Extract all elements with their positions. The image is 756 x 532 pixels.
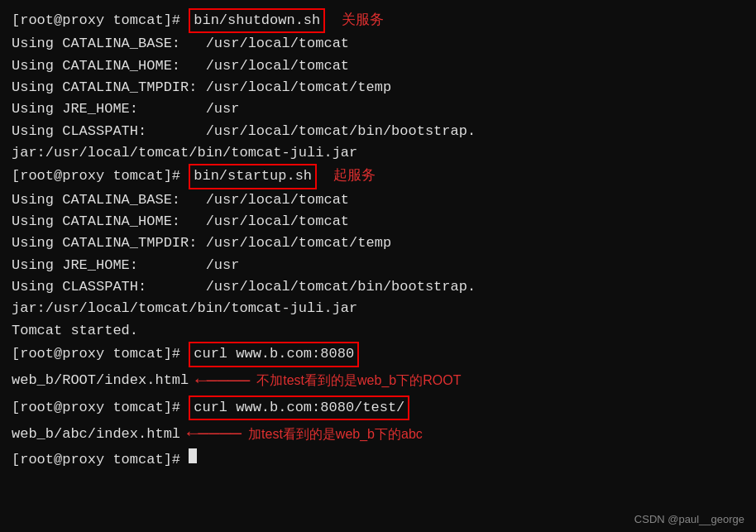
var-value: /usr/local/tomcat (206, 189, 349, 211)
line-catalina-tmpdir-1: Using CATALINA_TMPDIR: /usr/local/tomcat… (12, 77, 744, 98)
var-value: /usr/local/tomcat (206, 211, 349, 232)
cursor (189, 448, 197, 463)
cmd-curl2: curl www.b.com:8080/test/ (189, 395, 409, 420)
tomcat-started-text: Tomcat started. (12, 320, 138, 342)
var-value: /usr/local/tomcat/bin/bootstrap. (206, 276, 476, 298)
arrow-icon-2: ←———— (187, 420, 242, 448)
var-value: /usr/local/tomcat/temp (206, 77, 391, 98)
line-jre-home-2: Using JRE_HOME: /usr (12, 255, 744, 276)
var-value: /usr/local/tomcat (206, 55, 349, 77)
arrow-icon-1: ←———— (195, 367, 250, 395)
prompt-curl1: [root@proxy tomcat]# (12, 343, 189, 365)
watermark: CSDN @paul__george (634, 513, 744, 525)
var-value: /usr/local/tomcat (206, 33, 349, 55)
annotation-startup: 起服务 (333, 165, 376, 186)
line-catalina-base-1: Using CATALINA_BASE: /usr/local/tomcat (12, 33, 744, 55)
var-label: Using CATALINA_BASE: (12, 33, 206, 55)
line-catalina-tmpdir-2: Using CATALINA_TMPDIR: /usr/local/tomcat… (12, 232, 744, 254)
result-text-2: web_b/abc/index.html (12, 424, 180, 445)
prompt-1: [root@proxy tomcat]# (12, 10, 189, 31)
line-jar-1: jar:/usr/local/tomcat/bin/tomcat-juli.ja… (12, 142, 744, 164)
annotation-result-2: 加test看到的是web_b下的abc (248, 424, 423, 445)
line-last-prompt: [root@proxy tomcat]# (12, 448, 744, 471)
line-curl-2: [root@proxy tomcat]# curl www.b.com:8080… (12, 395, 744, 420)
prompt-startup: [root@proxy tomcat]# (12, 165, 189, 187)
result-text-1: web_b/ROOT/index.html (12, 370, 189, 391)
var-label: Using JRE_HOME: (12, 255, 206, 276)
var-value: /usr/local/tomcat/temp (206, 232, 391, 254)
cmd-curl1: curl www.b.com:8080 (189, 342, 359, 367)
cmd-shutdown: bin/shutdown.sh (189, 8, 325, 33)
line-result-2: web_b/abc/index.html ←———— 加test看到的是web_… (12, 420, 744, 448)
jar-text: jar:/usr/local/tomcat/bin/tomcat-juli.ja… (12, 142, 357, 164)
line-catalina-home-1: Using CATALINA_HOME: /usr/local/tomcat (12, 55, 744, 77)
line-jre-home-1: Using JRE_HOME: /usr (12, 98, 744, 120)
line-classpath-2: Using CLASSPATH: /usr/local/tomcat/bin/b… (12, 276, 744, 298)
var-label: Using JRE_HOME: (12, 98, 206, 120)
var-label: Using CATALINA_TMPDIR: (12, 77, 206, 98)
var-label: Using CLASSPATH: (12, 121, 206, 142)
line-result-1: web_b/ROOT/index.html ←———— 不加test看到的是we… (12, 367, 744, 395)
var-label: Using CATALINA_HOME: (12, 55, 206, 77)
prompt-curl2: [root@proxy tomcat]# (12, 397, 189, 419)
var-label: Using CATALINA_TMPDIR: (12, 232, 206, 254)
terminal: [root@proxy tomcat]# bin/shutdown.sh关服务 … (0, 0, 756, 479)
line-catalina-home-2: Using CATALINA_HOME: /usr/local/tomcat (12, 211, 744, 232)
annotation-result-1: 不加test看到的是web_b下的ROOT (256, 371, 461, 391)
var-label: Using CLASSPATH: (12, 276, 206, 298)
line-tomcat-started: Tomcat started. (12, 320, 744, 342)
var-value: /usr/local/tomcat/bin/bootstrap. (206, 121, 476, 142)
line-curl-1: [root@proxy tomcat]# curl www.b.com:8080 (12, 342, 744, 367)
line-startup: [root@proxy tomcat]# bin/startup.sh起服务 (12, 164, 744, 189)
var-value: /usr (206, 255, 240, 276)
line-classpath-1: Using CLASSPATH: /usr/local/tomcat/bin/b… (12, 121, 744, 142)
line-jar-2: jar:/usr/local/tomcat/bin/tomcat-juli.ja… (12, 298, 744, 319)
line-catalina-base-2: Using CATALINA_BASE: /usr/local/tomcat (12, 189, 744, 211)
prompt-last: [root@proxy tomcat]# (12, 449, 189, 471)
line-1: [root@proxy tomcat]# bin/shutdown.sh关服务 (12, 8, 744, 33)
jar-text: jar:/usr/local/tomcat/bin/tomcat-juli.ja… (12, 298, 357, 319)
var-value: /usr (206, 98, 240, 120)
var-label: Using CATALINA_BASE: (12, 189, 206, 211)
annotation-shutdown: 关服务 (342, 9, 384, 31)
var-label: Using CATALINA_HOME: (12, 211, 206, 232)
cmd-startup: bin/startup.sh (189, 164, 317, 189)
